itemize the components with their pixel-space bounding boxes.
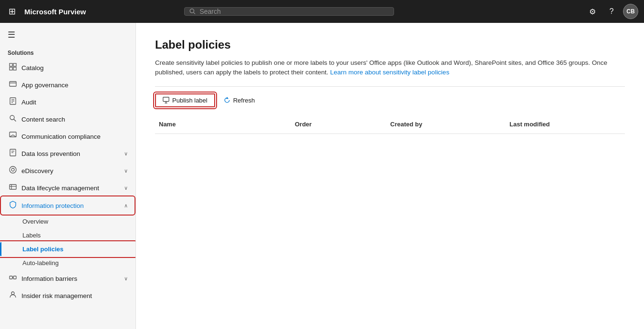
settings-button[interactable]: ⚙ [585, 4, 600, 19]
sidebar-item-label-audit: Audit [21, 99, 128, 106]
publish-label-text: Publish label [172, 97, 208, 104]
sidebar-item-label-info-protection: Information protection [21, 202, 119, 209]
search-icon [189, 8, 196, 15]
sidebar-item-label-comm-compliance: Communication compliance [21, 133, 128, 140]
learn-more-link[interactable]: Learn more about sensitivity label polic… [330, 69, 449, 76]
svg-rect-3 [13, 63, 16, 66]
table-body [155, 134, 625, 138]
page-title: Label policies [155, 38, 625, 51]
svg-line-1 [194, 12, 195, 14]
sidebar-item-label-info-barriers: Information barriers [21, 275, 119, 282]
toolbar: Publish label Refresh [155, 93, 625, 107]
data-lifecycle-icon [9, 183, 17, 193]
svg-point-18 [10, 166, 16, 173]
waffle-icon[interactable]: ⊞ [6, 3, 19, 20]
data-loss-prevention-icon [9, 149, 17, 158]
sidebar-subitem-labels[interactable]: Labels [0, 228, 135, 242]
svg-rect-6 [10, 82, 16, 86]
sidebar-item-app-governance[interactable]: App governance [0, 76, 135, 93]
sidebar-item-label-data-lifecycle: Data lifecycle management [21, 185, 119, 192]
column-last-modified: Last modified [506, 119, 625, 130]
sidebar-item-audit[interactable]: Audit [0, 93, 135, 111]
search-input[interactable] [199, 8, 389, 15]
column-name: Name [155, 119, 291, 130]
sidebar-item-label-dlp: Data loss prevention [21, 150, 119, 157]
sidebar-item-label-insider-risk: Insider risk management [21, 292, 128, 299]
sidebar-item-information-protection[interactable]: Information protection ∧ [2, 197, 134, 214]
svg-point-26 [11, 292, 14, 295]
sidebar-item-content-search[interactable]: Content search [0, 111, 135, 128]
nav-icons: ⚙ ? CB [585, 4, 638, 19]
svg-rect-5 [13, 67, 16, 70]
settings-icon: ⚙ [589, 7, 596, 16]
sidebar-item-catalog[interactable]: Catalog [0, 59, 135, 76]
ediscovery-icon [9, 166, 17, 175]
sidebar-item-label-ediscovery: eDiscovery [21, 167, 119, 175]
search-bar[interactable] [184, 7, 394, 16]
refresh-icon [224, 97, 230, 103]
svg-point-19 [11, 168, 14, 171]
hamburger-button[interactable]: ☰ [0, 23, 135, 47]
refresh-button[interactable]: Refresh [219, 94, 260, 106]
dlp-chevron-icon: ∨ [124, 151, 128, 157]
refresh-label-text: Refresh [233, 97, 255, 104]
sidebar-subitem-label-policies[interactable]: Label policies [0, 242, 135, 256]
help-button[interactable]: ? [604, 4, 619, 19]
svg-rect-4 [10, 67, 12, 70]
divider [155, 86, 625, 87]
svg-rect-24 [13, 276, 16, 279]
sidebar-item-data-lifecycle[interactable]: Data lifecycle management ∨ [0, 179, 135, 196]
main-layout: ☰ Solutions Catalog App governance Audit [0, 23, 644, 329]
sidebar-item-data-loss-prevention[interactable]: Data loss prevention ∨ [0, 145, 135, 162]
information-barriers-icon [9, 274, 17, 283]
communication-compliance-icon [9, 132, 17, 141]
top-navigation: ⊞ Microsoft Purview ⚙ ? CB [0, 0, 644, 23]
audit-icon [9, 97, 17, 107]
sidebar-subitem-auto-labeling[interactable]: Auto-labeling [0, 256, 135, 270]
page-description: Create sensitivity label policies to pub… [155, 58, 613, 78]
sidebar-section-label: Solutions [0, 47, 135, 59]
sidebar-item-label-content-search: Content search [21, 116, 128, 123]
sidebar-item-ediscovery[interactable]: eDiscovery ∨ [0, 162, 135, 179]
sidebar-item-information-barriers[interactable]: Information barriers ∨ [0, 270, 135, 287]
help-icon: ? [610, 7, 614, 16]
svg-line-13 [14, 119, 16, 122]
column-created-by: Created by [386, 119, 506, 130]
info-barriers-chevron-icon: ∨ [124, 276, 128, 282]
app-title: Microsoft Purview [24, 8, 86, 16]
app-governance-icon [9, 80, 17, 90]
sidebar-item-label-app-governance: App governance [21, 82, 128, 89]
sidebar-item-communication-compliance[interactable]: Communication compliance [0, 128, 135, 145]
insider-risk-icon [9, 291, 17, 300]
catalog-icon [9, 63, 17, 72]
sidebar-item-label-catalog: Catalog [21, 64, 128, 72]
svg-rect-27 [163, 97, 169, 102]
sidebar-subitem-overview[interactable]: Overview [0, 215, 135, 228]
data-lifecycle-chevron-icon: ∨ [124, 185, 128, 191]
avatar[interactable]: CB [623, 4, 638, 19]
information-protection-icon [9, 201, 17, 210]
content-search-icon [9, 114, 17, 124]
sidebar-item-insider-risk[interactable]: Insider risk management [0, 287, 135, 304]
column-order: Order [291, 119, 386, 130]
ediscovery-chevron-icon: ∨ [124, 168, 128, 174]
svg-point-12 [10, 115, 14, 120]
publish-icon [163, 97, 169, 103]
main-content: Label policies Create sensitivity label … [136, 23, 644, 329]
svg-rect-23 [10, 276, 12, 279]
svg-rect-2 [10, 63, 12, 66]
sidebar: ☰ Solutions Catalog App governance Audit [0, 23, 136, 329]
svg-point-0 [190, 9, 194, 13]
info-protection-chevron-icon: ∧ [124, 203, 128, 209]
table-header: Name Order Created by Last modified [155, 115, 625, 134]
svg-rect-20 [10, 185, 16, 189]
publish-label-button[interactable]: Publish label [155, 93, 215, 107]
